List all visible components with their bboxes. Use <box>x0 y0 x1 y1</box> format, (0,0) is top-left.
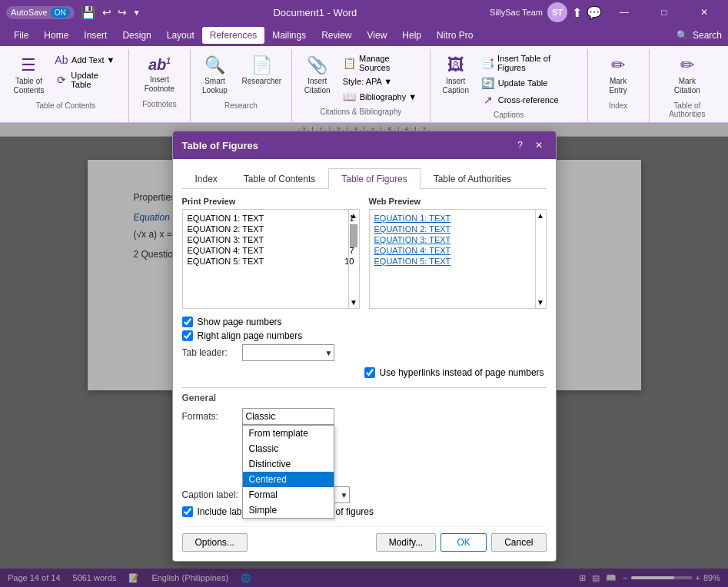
footnote-icon: ab1 <box>148 55 171 74</box>
print-item-4-text: EQUATION 4: TEXT <box>188 246 264 255</box>
tab-leader-dropdown[interactable]: ▼ <box>242 344 334 361</box>
search-label[interactable]: Search <box>693 30 722 41</box>
update-table-label: Update Table <box>71 71 119 89</box>
maximize-button[interactable]: □ <box>647 0 682 25</box>
right-align-label[interactable]: Right align page numbers <box>198 330 303 341</box>
dialog-buttons: Options... Modify... OK Cancel <box>182 526 547 552</box>
show-page-numbers-checkbox[interactable] <box>182 317 193 327</box>
web-item-5[interactable]: EQUATION 5: TEXT <box>373 256 543 267</box>
print-preview-box: EQUATION 1: TEXT 1 EQUATION 2: TEXT 3 EQ… <box>182 209 360 309</box>
tab-toc[interactable]: Table of Contents <box>231 168 328 189</box>
menu-help[interactable]: Help <box>394 27 429 44</box>
add-text-label: Add Text ▼ <box>71 55 115 65</box>
redo-icon[interactable]: ↪ <box>118 6 127 18</box>
web-scrollbar: ▲ ▼ <box>535 210 546 308</box>
print-scroll-up[interactable]: ▲ <box>348 210 359 221</box>
print-preview-label: Print Preview <box>182 197 360 206</box>
menu-design[interactable]: Design <box>115 27 158 44</box>
menu-insert[interactable]: Insert <box>76 27 115 44</box>
manage-sources-button[interactable]: 📋 Manage Sources <box>340 52 424 74</box>
web-scroll-down[interactable]: ▼ <box>535 297 546 308</box>
smart-lookup-icon: 🔍 <box>204 55 225 75</box>
insert-footnote-button[interactable]: ab1 InsertFootnote <box>140 52 179 97</box>
undo-icon[interactable]: ↩ <box>102 6 111 18</box>
show-page-numbers-label[interactable]: Show page numbers <box>198 317 282 327</box>
dropdown-icon[interactable]: ▼ <box>133 8 141 17</box>
include-label-checkbox[interactable] <box>182 506 193 517</box>
share-icon[interactable]: ⬆ <box>572 5 582 20</box>
insert-caption-button[interactable]: 🖼 InsertCaption <box>437 52 475 98</box>
print-scroll-down[interactable]: ▼ <box>348 297 359 308</box>
format-option-simple[interactable]: Simple <box>243 502 334 518</box>
format-option-centered[interactable]: Centered <box>243 472 334 487</box>
menu-review[interactable]: Review <box>314 27 359 44</box>
cancel-button[interactable]: Cancel <box>491 533 546 552</box>
format-option-distinctive[interactable]: Distinctive <box>243 456 334 472</box>
formats-dropdown[interactable]: Classic From template Classic Distinctiv… <box>242 408 334 425</box>
update-captions-icon: 🔄 <box>481 77 495 89</box>
autosave-state[interactable]: ON <box>51 8 70 18</box>
menu-nitro[interactable]: Nitro Pro <box>429 27 480 44</box>
insert-citation-button[interactable]: 📎 InsertCitation <box>298 52 337 98</box>
tab-toa[interactable]: Table of Authorities <box>421 168 524 189</box>
tab-leader-input[interactable] <box>242 344 334 361</box>
tab-index[interactable]: Index <box>182 168 231 189</box>
menu-mailings[interactable]: Mailings <box>264 27 314 44</box>
toc-icon: ☰ <box>21 55 36 75</box>
menu-home[interactable]: Home <box>36 27 76 44</box>
web-item-4[interactable]: EQUATION 4: TEXT <box>373 245 543 256</box>
menu-view[interactable]: View <box>360 27 395 44</box>
style-selector[interactable]: Style: APA ▼ <box>340 75 424 88</box>
insert-table-of-figures-button[interactable]: 📑 Insert Table of Figures <box>478 52 581 74</box>
formats-select[interactable]: Classic <box>242 408 334 425</box>
print-item-4: EQUATION 4: TEXT 7 <box>186 245 356 256</box>
insert-caption-icon: 🖼 <box>447 55 464 75</box>
ok-button[interactable]: OK <box>440 533 487 552</box>
menu-references[interactable]: References <box>202 27 264 44</box>
ribbon-group-research: 🔍 SmartLookup 📄 Researcher Research <box>191 49 292 122</box>
dialog-help-button[interactable]: ? <box>513 138 528 153</box>
comments-icon[interactable]: 💬 <box>587 5 602 20</box>
mark-citation-button[interactable]: ✏ MarkCitation <box>668 52 706 98</box>
ribbon-group-index: ✏ MarkEntry Index <box>588 49 650 122</box>
update-table-captions-button[interactable]: 🔄 Update Table <box>478 75 581 91</box>
options-button[interactable]: Options... <box>182 533 248 552</box>
researcher-label: Researcher <box>241 77 281 86</box>
use-hyperlinks-checkbox[interactable] <box>364 367 375 378</box>
use-hyperlinks-label[interactable]: Use hyperlinks instead of page numbers <box>380 367 544 378</box>
tof-icon: 📑 <box>481 57 494 69</box>
cross-reference-button[interactable]: ↗ Cross-reference <box>478 92 581 108</box>
close-button[interactable]: ✕ <box>686 0 722 25</box>
web-item-2[interactable]: EQUATION 2: TEXT <box>373 224 543 234</box>
add-text-icon: Ab <box>55 54 68 66</box>
menu-layout[interactable]: Layout <box>159 27 202 44</box>
web-preview-container: Web Preview EQUATION 1: TEXT EQUATION 2:… <box>369 197 547 309</box>
menu-file[interactable]: File <box>6 27 36 44</box>
mark-entry-button[interactable]: ✏ MarkEntry <box>599 52 637 98</box>
add-text-button[interactable]: Ab Add Text ▼ <box>52 52 122 68</box>
menu-bar: File Home Insert Design Layout Reference… <box>0 25 728 46</box>
minimize-button[interactable]: — <box>607 0 642 25</box>
update-table-button[interactable]: ⟳ Update Table <box>52 69 122 91</box>
avatar[interactable]: ST <box>547 2 567 22</box>
modify-button[interactable]: Modify... <box>376 533 436 552</box>
print-item-2-text: EQUATION 2: TEXT <box>188 224 264 234</box>
web-scroll-up[interactable]: ▲ <box>535 210 546 221</box>
format-option-template[interactable]: From template <box>243 426 334 441</box>
autosave-toggle[interactable]: AutoSave ON <box>6 6 75 19</box>
bibliography-button[interactable]: 📖 Bibliography ▼ <box>340 89 424 104</box>
save-icon[interactable]: 💾 <box>81 5 96 20</box>
format-option-classic[interactable]: Classic <box>243 441 334 456</box>
table-of-contents-button[interactable]: ☰ Table ofContents <box>9 52 48 98</box>
web-item-3[interactable]: EQUATION 3: TEXT <box>373 234 543 245</box>
tab-tof[interactable]: Table of Figures <box>328 168 420 189</box>
dialog-close-button[interactable]: ✕ <box>531 138 547 153</box>
web-item-1[interactable]: EQUATION 1: TEXT <box>373 213 543 224</box>
caption-label-row: Caption label: ▼ <box>182 486 547 503</box>
right-align-checkbox[interactable] <box>182 330 193 341</box>
print-scroll-thumb[interactable] <box>350 224 357 247</box>
insert-caption-label: InsertCaption <box>443 77 469 95</box>
smart-lookup-button[interactable]: 🔍 SmartLookup <box>195 52 234 98</box>
format-option-formal[interactable]: Formal <box>243 487 334 502</box>
researcher-button[interactable]: 📄 Researcher <box>237 52 286 89</box>
